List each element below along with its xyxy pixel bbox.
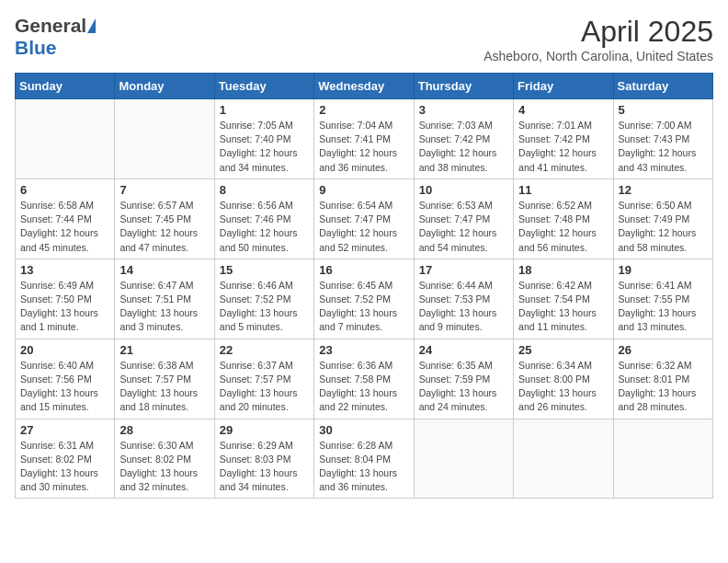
day-number: 12: [619, 183, 708, 197]
day-info: Sunrise: 6:56 AM Sunset: 7:46 PM Dayligh…: [220, 199, 309, 255]
day-number: 16: [319, 263, 408, 277]
day-number: 21: [119, 343, 209, 357]
calendar-cell: [414, 419, 513, 499]
day-number: 14: [119, 263, 209, 277]
calendar-week-row: 20Sunrise: 6:40 AM Sunset: 7:56 PM Dayli…: [16, 339, 713, 419]
calendar-week-row: 13Sunrise: 6:49 AM Sunset: 7:50 PM Dayli…: [16, 259, 713, 339]
day-info: Sunrise: 6:44 AM Sunset: 7:53 PM Dayligh…: [419, 279, 508, 335]
day-info: Sunrise: 6:38 AM Sunset: 7:57 PM Dayligh…: [119, 359, 209, 415]
day-info: Sunrise: 6:36 AM Sunset: 7:58 PM Dayligh…: [319, 359, 408, 415]
day-info: Sunrise: 7:05 AM Sunset: 7:40 PM Dayligh…: [220, 119, 309, 175]
calendar-cell: 3Sunrise: 7:03 AM Sunset: 7:42 PM Daylig…: [414, 99, 513, 179]
day-info: Sunrise: 6:42 AM Sunset: 7:54 PM Dayligh…: [518, 279, 608, 335]
day-number: 6: [20, 183, 109, 197]
day-number: 3: [419, 103, 508, 117]
logo-blue: Blue: [15, 37, 57, 58]
day-number: 15: [220, 263, 309, 277]
day-info: Sunrise: 6:45 AM Sunset: 7:52 PM Dayligh…: [319, 279, 408, 335]
day-info: Sunrise: 6:49 AM Sunset: 7:50 PM Dayligh…: [20, 279, 109, 335]
calendar-cell: 19Sunrise: 6:41 AM Sunset: 7:55 PM Dayli…: [613, 259, 712, 339]
calendar-cell: 17Sunrise: 6:44 AM Sunset: 7:53 PM Dayli…: [414, 259, 513, 339]
calendar-cell: 30Sunrise: 6:28 AM Sunset: 8:04 PM Dayli…: [314, 419, 414, 499]
day-number: 26: [619, 343, 708, 357]
calendar-cell: 25Sunrise: 6:34 AM Sunset: 8:00 PM Dayli…: [514, 339, 613, 419]
day-of-week-header: Wednesday: [314, 74, 414, 99]
calendar-cell: 8Sunrise: 6:56 AM Sunset: 7:46 PM Daylig…: [214, 178, 313, 259]
day-number: 24: [419, 343, 508, 357]
day-number: 22: [220, 343, 309, 357]
calendar-cell: 5Sunrise: 7:00 AM Sunset: 7:43 PM Daylig…: [613, 99, 712, 179]
calendar-cell: 23Sunrise: 6:36 AM Sunset: 7:58 PM Dayli…: [314, 339, 414, 419]
logo: General Blue: [15, 15, 96, 59]
day-info: Sunrise: 6:58 AM Sunset: 7:44 PM Dayligh…: [20, 199, 109, 255]
day-of-week-header: Tuesday: [214, 74, 313, 99]
calendar-cell: 26Sunrise: 6:32 AM Sunset: 8:01 PM Dayli…: [613, 339, 712, 419]
calendar-cell: 15Sunrise: 6:46 AM Sunset: 7:52 PM Dayli…: [214, 259, 313, 339]
day-info: Sunrise: 6:54 AM Sunset: 7:47 PM Dayligh…: [319, 199, 408, 255]
calendar-cell: [115, 99, 214, 179]
day-number: 5: [619, 103, 708, 117]
calendar-cell: 2Sunrise: 7:04 AM Sunset: 7:41 PM Daylig…: [314, 99, 414, 179]
calendar-cell: 18Sunrise: 6:42 AM Sunset: 7:54 PM Dayli…: [514, 259, 613, 339]
day-number: 11: [518, 183, 608, 197]
calendar-week-row: 1Sunrise: 7:05 AM Sunset: 7:40 PM Daylig…: [16, 99, 713, 179]
day-number: 29: [220, 423, 309, 437]
logo-triangle-icon: [87, 18, 96, 33]
day-info: Sunrise: 7:01 AM Sunset: 7:42 PM Dayligh…: [518, 119, 608, 175]
day-of-week-header: Sunday: [16, 74, 115, 99]
day-of-week-header: Thursday: [414, 74, 513, 99]
day-info: Sunrise: 6:34 AM Sunset: 8:00 PM Dayligh…: [518, 359, 608, 415]
calendar-cell: 10Sunrise: 6:53 AM Sunset: 7:47 PM Dayli…: [414, 178, 513, 259]
calendar-week-row: 6Sunrise: 6:58 AM Sunset: 7:44 PM Daylig…: [16, 178, 713, 259]
day-info: Sunrise: 6:52 AM Sunset: 7:48 PM Dayligh…: [518, 199, 608, 255]
calendar-cell: 13Sunrise: 6:49 AM Sunset: 7:50 PM Dayli…: [16, 259, 115, 339]
day-number: 8: [220, 183, 309, 197]
day-info: Sunrise: 6:37 AM Sunset: 7:57 PM Dayligh…: [220, 359, 309, 415]
day-number: 9: [319, 183, 408, 197]
calendar-week-row: 27Sunrise: 6:31 AM Sunset: 8:02 PM Dayli…: [16, 419, 713, 499]
page-header: General Blue April 2025 Asheboro, North …: [15, 15, 713, 63]
calendar-cell: 21Sunrise: 6:38 AM Sunset: 7:57 PM Dayli…: [115, 339, 214, 419]
day-number: 28: [119, 423, 209, 437]
day-info: Sunrise: 6:29 AM Sunset: 8:03 PM Dayligh…: [220, 439, 309, 495]
day-info: Sunrise: 6:47 AM Sunset: 7:51 PM Dayligh…: [119, 279, 209, 335]
day-number: 4: [518, 103, 608, 117]
calendar-cell: 24Sunrise: 6:35 AM Sunset: 7:59 PM Dayli…: [414, 339, 513, 419]
day-number: 10: [419, 183, 508, 197]
calendar-cell: 7Sunrise: 6:57 AM Sunset: 7:45 PM Daylig…: [115, 178, 214, 259]
calendar-table: SundayMondayTuesdayWednesdayThursdayFrid…: [15, 73, 713, 499]
day-info: Sunrise: 6:28 AM Sunset: 8:04 PM Dayligh…: [319, 439, 408, 495]
day-info: Sunrise: 7:04 AM Sunset: 7:41 PM Dayligh…: [319, 119, 408, 175]
calendar-cell: 27Sunrise: 6:31 AM Sunset: 8:02 PM Dayli…: [16, 419, 115, 499]
day-of-week-header: Saturday: [613, 74, 712, 99]
day-number: 19: [619, 263, 708, 277]
location-title: Asheboro, North Carolina, United States: [483, 49, 713, 63]
day-info: Sunrise: 6:40 AM Sunset: 7:56 PM Dayligh…: [20, 359, 109, 415]
day-number: 1: [220, 103, 309, 117]
day-number: 25: [518, 343, 608, 357]
day-info: Sunrise: 7:03 AM Sunset: 7:42 PM Dayligh…: [419, 119, 508, 175]
logo-general: General: [15, 15, 86, 37]
calendar-cell: 4Sunrise: 7:01 AM Sunset: 7:42 PM Daylig…: [514, 99, 613, 179]
day-number: 7: [119, 183, 209, 197]
day-info: Sunrise: 6:31 AM Sunset: 8:02 PM Dayligh…: [20, 439, 109, 495]
calendar-cell: 11Sunrise: 6:52 AM Sunset: 7:48 PM Dayli…: [514, 178, 613, 259]
calendar-cell: 22Sunrise: 6:37 AM Sunset: 7:57 PM Dayli…: [214, 339, 313, 419]
day-info: Sunrise: 6:46 AM Sunset: 7:52 PM Dayligh…: [220, 279, 309, 335]
day-number: 20: [20, 343, 109, 357]
day-info: Sunrise: 6:30 AM Sunset: 8:02 PM Dayligh…: [119, 439, 209, 495]
calendar-cell: 12Sunrise: 6:50 AM Sunset: 7:49 PM Dayli…: [613, 178, 712, 259]
calendar-cell: 9Sunrise: 6:54 AM Sunset: 7:47 PM Daylig…: [314, 178, 414, 259]
day-info: Sunrise: 6:50 AM Sunset: 7:49 PM Dayligh…: [619, 199, 708, 255]
day-info: Sunrise: 6:32 AM Sunset: 8:01 PM Dayligh…: [619, 359, 708, 415]
day-number: 17: [419, 263, 508, 277]
calendar-cell: 6Sunrise: 6:58 AM Sunset: 7:44 PM Daylig…: [16, 178, 115, 259]
day-number: 30: [319, 423, 408, 437]
day-info: Sunrise: 6:35 AM Sunset: 7:59 PM Dayligh…: [419, 359, 508, 415]
day-info: Sunrise: 6:53 AM Sunset: 7:47 PM Dayligh…: [419, 199, 508, 255]
day-number: 23: [319, 343, 408, 357]
day-info: Sunrise: 6:41 AM Sunset: 7:55 PM Dayligh…: [619, 279, 708, 335]
day-number: 27: [20, 423, 109, 437]
calendar-cell: 16Sunrise: 6:45 AM Sunset: 7:52 PM Dayli…: [314, 259, 414, 339]
day-of-week-header: Monday: [115, 74, 214, 99]
